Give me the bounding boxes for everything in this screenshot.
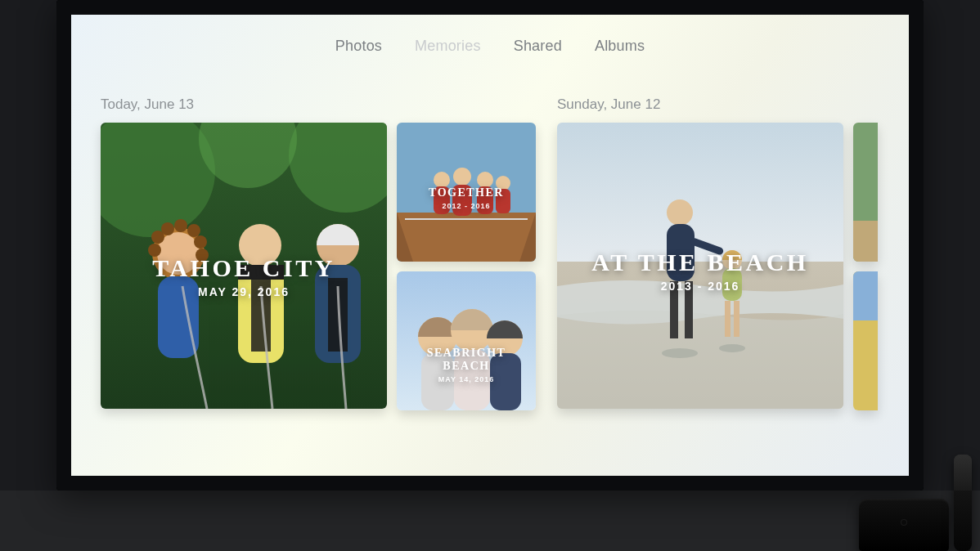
memory-card-title: SEABRIGHT BEACH (405, 347, 528, 373)
svg-rect-49 (725, 301, 731, 337)
tab-photos[interactable]: Photos (335, 38, 382, 55)
memory-card-peek-top[interactable] (853, 123, 878, 262)
small-card-column: TOGETHER 2012 - 2016 (397, 123, 536, 410)
section-label: Sunday, June 12 (557, 96, 878, 113)
memory-card-title: TAHOE CITY (152, 254, 335, 282)
memory-card-text: TOGETHER 2012 - 2016 (397, 186, 536, 210)
memory-card-title: AT THE BEACH (591, 249, 808, 276)
memory-card-subtitle: MAY 29, 2016 (198, 285, 290, 298)
svg-point-10 (187, 224, 200, 237)
apple-tv-device-icon (859, 499, 949, 551)
svg-point-28 (477, 172, 493, 188)
stage-background: Photos Memories Shared Albums Today, Jun… (0, 0, 980, 551)
memories-content: Today, June 13 (101, 96, 909, 456)
tab-albums[interactable]: Albums (595, 38, 645, 55)
svg-point-11 (194, 235, 207, 249)
memory-card-together[interactable]: TOGETHER 2012 - 2016 (397, 123, 536, 262)
tab-memories[interactable]: Memories (415, 38, 481, 55)
memory-card-text: AT THE BEACH 2013 - 2016 (557, 249, 843, 293)
section-label: Today, June 13 (101, 96, 536, 113)
svg-point-8 (161, 222, 174, 235)
memory-card-peek-bottom[interactable] (853, 271, 878, 410)
svg-point-9 (174, 219, 187, 232)
section-sunday: Sunday, June 12 (557, 96, 878, 456)
memory-card-subtitle: 2012 - 2016 (442, 202, 490, 210)
memory-card-subtitle: MAY 14, 2016 (438, 375, 495, 383)
svg-point-26 (453, 168, 471, 186)
memory-card-text: TAHOE CITY MAY 29, 2016 (101, 254, 387, 298)
memory-photo (397, 271, 536, 410)
svg-point-42 (667, 199, 693, 226)
section-row: TAHOE CITY MAY 29, 2016 (101, 123, 536, 410)
memory-card-seabright-beach[interactable]: SEABRIGHT BEACH MAY 14, 2016 (397, 271, 536, 410)
memory-card-at-the-beach[interactable]: AT THE BEACH 2013 - 2016 (557, 123, 843, 409)
tv-frame: Photos Memories Shared Albums Today, Jun… (56, 0, 924, 491)
memory-card-subtitle: 2013 - 2016 (661, 280, 740, 293)
section-row: AT THE BEACH 2013 - 2016 (557, 123, 878, 410)
memory-card-text: SEABRIGHT BEACH MAY 14, 2016 (397, 347, 536, 383)
tab-shared[interactable]: Shared (514, 38, 562, 55)
tv-screen: Photos Memories Shared Albums Today, Jun… (71, 15, 909, 476)
svg-rect-54 (853, 221, 878, 262)
memory-card-tahoe-city[interactable]: TAHOE CITY MAY 29, 2016 (101, 123, 387, 409)
svg-point-52 (719, 344, 745, 352)
svg-point-51 (662, 348, 698, 358)
section-today: Today, June 13 (101, 96, 536, 456)
memory-card-title: TOGETHER (429, 186, 504, 199)
peek-column (853, 123, 878, 410)
top-tabs: Photos Memories Shared Albums (71, 38, 909, 55)
svg-rect-56 (853, 271, 878, 320)
apple-tv-remote-icon (954, 455, 972, 551)
svg-rect-50 (734, 301, 739, 337)
svg-point-24 (434, 172, 450, 188)
